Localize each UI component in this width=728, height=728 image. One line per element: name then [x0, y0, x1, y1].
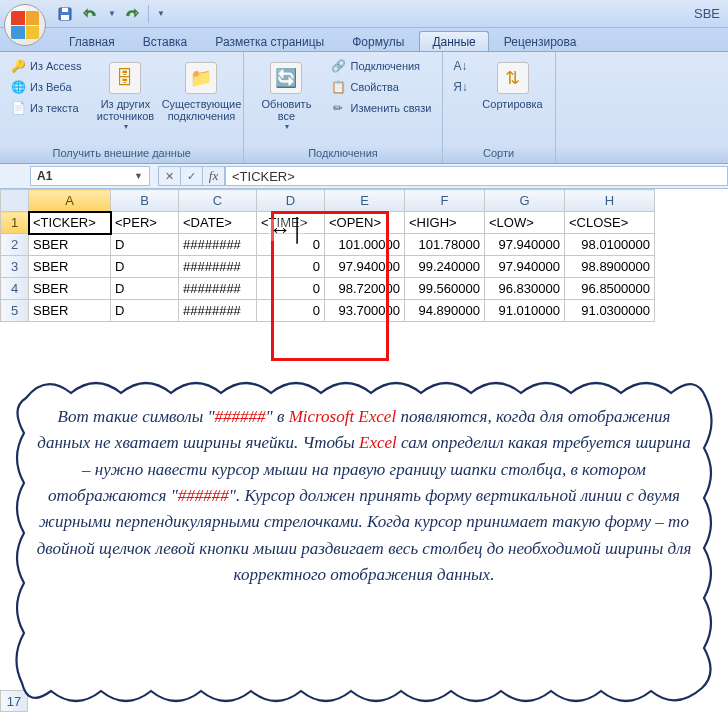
cell-B1[interactable]: <PER>: [111, 212, 179, 234]
row-header-2[interactable]: 2: [1, 234, 29, 256]
undo-icon[interactable]: [80, 3, 102, 25]
row-header-5[interactable]: 5: [1, 300, 29, 322]
ribbon-group-external-data: 🔑Из Access 🌐Из Веба 📄Из текста 🗄 Из друг…: [0, 52, 244, 163]
cell-E1[interactable]: <OPEN>: [325, 212, 405, 234]
cell-G1[interactable]: <LOW>: [485, 212, 565, 234]
redo-icon[interactable]: [120, 3, 142, 25]
cell-A2[interactable]: SBER: [29, 234, 111, 256]
cell-C2[interactable]: ########: [179, 234, 257, 256]
name-box-dropdown-icon[interactable]: ▼: [134, 171, 143, 181]
cell-F1[interactable]: <HIGH>: [405, 212, 485, 234]
tab-page-layout[interactable]: Разметка страницы: [202, 31, 337, 51]
office-button[interactable]: [4, 4, 46, 46]
accept-formula-button[interactable]: ✓: [181, 167, 203, 185]
formula-bar-row: A1 ▼ ✕ ✓ fx <TICKER>: [0, 164, 728, 189]
cell-H4[interactable]: 96.8500000: [565, 278, 655, 300]
cell-A5[interactable]: SBER: [29, 300, 111, 322]
cell-D2[interactable]: 0: [257, 234, 325, 256]
sort-asc-button[interactable]: A↓: [449, 56, 473, 76]
existing-connections-button[interactable]: 📁 Существующие подключения: [165, 56, 237, 145]
svg-rect-1: [62, 8, 68, 12]
col-header-d[interactable]: D: [257, 190, 325, 212]
refresh-icon: 🔄: [270, 62, 302, 94]
sort-desc-icon: Я↓: [453, 79, 469, 95]
col-header-b[interactable]: B: [111, 190, 179, 212]
col-header-a[interactable]: A: [29, 190, 111, 212]
tab-home[interactable]: Главная: [56, 31, 128, 51]
row-header-1[interactable]: 1: [1, 212, 29, 234]
col-header-g[interactable]: G: [485, 190, 565, 212]
group-label-sort: Сорти: [449, 145, 549, 161]
hash-symbol: ######: [178, 486, 229, 505]
cell-B2[interactable]: D: [111, 234, 179, 256]
text-file-icon: 📄: [10, 100, 26, 116]
cell-F3[interactable]: 99.240000: [405, 256, 485, 278]
sort-desc-button[interactable]: Я↓: [449, 77, 473, 97]
cell-B4[interactable]: D: [111, 278, 179, 300]
cell-H2[interactable]: 98.0100000: [565, 234, 655, 256]
sort-icon: ⇅: [497, 62, 529, 94]
cell-G2[interactable]: 97.940000: [485, 234, 565, 256]
cell-C5[interactable]: ########: [179, 300, 257, 322]
cell-E5[interactable]: 93.700000: [325, 300, 405, 322]
cell-G5[interactable]: 91.010000: [485, 300, 565, 322]
cell-H1[interactable]: <CLOSE>: [565, 212, 655, 234]
worksheet[interactable]: A B C D E F G H 1<TICKER><PER><DATE><TIM…: [0, 189, 728, 322]
tab-data[interactable]: Данные: [419, 31, 488, 51]
tab-insert[interactable]: Вставка: [130, 31, 201, 51]
qat-customize-icon[interactable]: ▼: [157, 9, 165, 18]
properties-button[interactable]: 📋Свойства: [326, 77, 435, 97]
cell-F4[interactable]: 99.560000: [405, 278, 485, 300]
edit-links-button[interactable]: ✏Изменить связи: [326, 98, 435, 118]
cell-D1[interactable]: <TIME>: [257, 212, 325, 234]
cell-A3[interactable]: SBER: [29, 256, 111, 278]
save-icon[interactable]: [54, 3, 76, 25]
cell-F2[interactable]: 101.78000: [405, 234, 485, 256]
col-header-h[interactable]: H: [565, 190, 655, 212]
col-header-c[interactable]: C: [179, 190, 257, 212]
cell-B5[interactable]: D: [111, 300, 179, 322]
cell-D4[interactable]: 0: [257, 278, 325, 300]
office-logo-icon: [11, 11, 39, 39]
cell-H5[interactable]: 91.0300000: [565, 300, 655, 322]
tab-formulas[interactable]: Формулы: [339, 31, 417, 51]
cell-E3[interactable]: 97.940000: [325, 256, 405, 278]
group-label-connections: Подключения: [250, 145, 435, 161]
from-web-button[interactable]: 🌐Из Веба: [6, 77, 85, 97]
cell-D5[interactable]: 0: [257, 300, 325, 322]
cell-E4[interactable]: 98.720000: [325, 278, 405, 300]
col-header-f[interactable]: F: [405, 190, 485, 212]
from-access-button[interactable]: 🔑Из Access: [6, 56, 85, 76]
cancel-formula-button[interactable]: ✕: [159, 167, 181, 185]
cell-grid[interactable]: A B C D E F G H 1<TICKER><PER><DATE><TIM…: [0, 189, 655, 322]
row-header-4[interactable]: 4: [1, 278, 29, 300]
cell-A1[interactable]: <TICKER>: [29, 212, 111, 234]
cell-G4[interactable]: 96.830000: [485, 278, 565, 300]
cell-H3[interactable]: 98.8900000: [565, 256, 655, 278]
cell-C1[interactable]: <DATE>: [179, 212, 257, 234]
fx-button[interactable]: fx: [203, 167, 225, 185]
cell-E2[interactable]: 101.00000: [325, 234, 405, 256]
select-all-corner[interactable]: [1, 190, 29, 212]
cell-C3[interactable]: ########: [179, 256, 257, 278]
connections-button[interactable]: 🔗Подключения: [326, 56, 435, 76]
cell-G3[interactable]: 97.940000: [485, 256, 565, 278]
database-icon: 🗄: [109, 62, 141, 94]
from-other-sources-button[interactable]: 🗄 Из других источников▾: [89, 56, 161, 145]
col-header-e[interactable]: E: [325, 190, 405, 212]
row-header-3[interactable]: 3: [1, 256, 29, 278]
refresh-all-button[interactable]: 🔄 Обновить все▾: [250, 56, 322, 145]
cell-A4[interactable]: SBER: [29, 278, 111, 300]
cell-F5[interactable]: 94.890000: [405, 300, 485, 322]
edit-links-icon: ✏: [330, 100, 346, 116]
cell-C4[interactable]: ########: [179, 278, 257, 300]
from-text-button[interactable]: 📄Из текста: [6, 98, 85, 118]
name-box[interactable]: A1 ▼: [30, 166, 150, 186]
cell-D3[interactable]: 0: [257, 256, 325, 278]
tab-review[interactable]: Рецензирова: [491, 31, 590, 51]
web-icon: 🌐: [10, 79, 26, 95]
cell-B3[interactable]: D: [111, 256, 179, 278]
undo-dropdown-icon[interactable]: ▼: [108, 9, 116, 18]
sort-button[interactable]: ⇅ Сортировка: [477, 56, 549, 145]
formula-bar[interactable]: <TICKER>: [225, 166, 728, 186]
